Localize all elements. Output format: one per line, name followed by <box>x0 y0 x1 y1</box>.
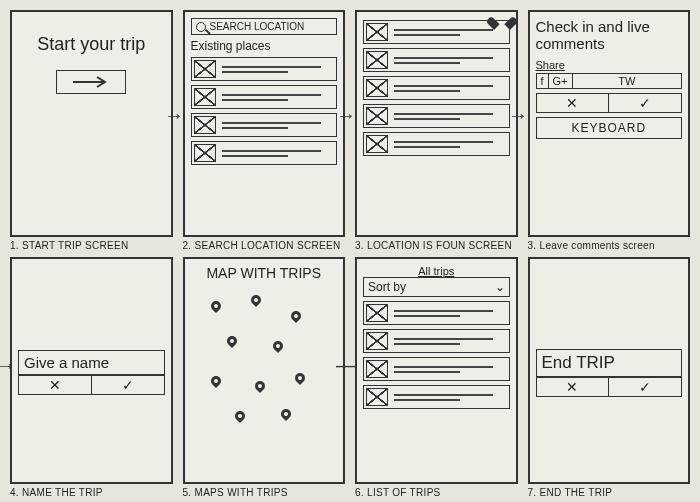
ok-button[interactable]: ✓ <box>91 376 164 394</box>
cancel-button[interactable]: ✕ <box>537 94 609 112</box>
result-item[interactable] <box>363 132 510 156</box>
place-text <box>220 149 335 158</box>
sort-label: Sort by <box>368 280 406 294</box>
map-pin-icon[interactable] <box>248 293 262 307</box>
search-icon <box>196 22 206 32</box>
map-pin-icon[interactable] <box>278 407 292 421</box>
flow-arrow: → <box>336 105 356 125</box>
place-item[interactable] <box>191 141 338 165</box>
map-pin-icon[interactable] <box>288 309 302 323</box>
screen-map-trips: MAP WITH TRIPS 5. MAPS WITH TRIPS <box>183 257 346 498</box>
screen-leave-comments: Check in and live comments Share f G+ TW… <box>528 10 691 251</box>
screen-end-trip: End TRIP ✕ ✓ 7. END THE TRIP <box>528 257 691 498</box>
caption: 1. START TRIP SCREEN <box>10 240 173 251</box>
result-item[interactable] <box>363 76 510 100</box>
image-icon <box>194 60 216 78</box>
flow-arrow: — <box>336 355 356 375</box>
image-icon <box>366 23 388 41</box>
place-item[interactable] <box>191 85 338 109</box>
image-icon <box>366 360 388 378</box>
screen-list-trips: All trips Sort by ⌄ 6. LIST OF TRIPS <box>355 257 518 498</box>
place-text <box>220 93 335 102</box>
flow-arrow: → <box>508 105 528 125</box>
sort-dropdown[interactable]: Sort by ⌄ <box>363 277 510 297</box>
trip-text <box>392 365 507 374</box>
place-text <box>220 65 335 74</box>
image-icon <box>194 116 216 134</box>
trip-item[interactable] <box>363 357 510 381</box>
share-twitter-button[interactable]: TW <box>573 74 681 88</box>
favorite-icon[interactable] <box>494 18 510 32</box>
comments-heading: Check in and live comments <box>536 18 683 53</box>
start-trip-title: Start your trip <box>18 34 165 56</box>
map-pin-icon[interactable] <box>252 379 266 393</box>
image-icon <box>194 144 216 162</box>
flow-arrow: → <box>164 105 184 125</box>
trip-item[interactable] <box>363 301 510 325</box>
image-icon <box>366 107 388 125</box>
map-pin-icon[interactable] <box>232 409 246 423</box>
map-pin-icon[interactable] <box>208 299 222 313</box>
trip-name-input[interactable]: Give a name <box>18 350 165 375</box>
result-text <box>392 112 507 121</box>
confirm-row: ✕ ✓ <box>536 377 683 397</box>
screen-start-trip: Start your trip 1. START TRIP SCREEN <box>10 10 173 251</box>
image-icon <box>194 88 216 106</box>
share-buttons: f G+ TW <box>536 73 683 89</box>
confirm-row: ✕ ✓ <box>18 375 165 395</box>
result-item[interactable] <box>363 48 510 72</box>
search-placeholder: SEARCH LOCATION <box>210 21 305 32</box>
confirm-row: ✕ ✓ <box>536 93 683 113</box>
existing-places-heading: Existing places <box>191 39 338 53</box>
share-facebook-button[interactable]: f <box>537 74 549 88</box>
image-icon <box>366 304 388 322</box>
place-item[interactable] <box>191 57 338 81</box>
place-text <box>220 121 335 130</box>
caption: 6. LIST OF TRIPS <box>355 487 518 498</box>
cancel-button[interactable]: ✕ <box>19 376 91 394</box>
result-text <box>392 84 507 93</box>
caption: 4. NAME THE TRIP <box>10 487 173 498</box>
map-pin-icon[interactable] <box>224 334 238 348</box>
result-text <box>392 28 507 37</box>
map-heading: MAP WITH TRIPS <box>191 265 338 281</box>
chevron-down-icon: ⌄ <box>495 280 505 294</box>
cancel-button[interactable]: ✕ <box>537 378 609 396</box>
screen-name-trip: Give a name ✕ ✓ 4. NAME THE TRIP <box>10 257 173 498</box>
result-text <box>392 56 507 65</box>
result-item[interactable] <box>363 104 510 128</box>
screen-search-location: SEARCH LOCATION Existing places 2. SEARC… <box>183 10 346 251</box>
trip-item[interactable] <box>363 385 510 409</box>
caption: 7. END THE TRIP <box>528 487 691 498</box>
tab-all-trips[interactable]: All trips <box>363 265 510 277</box>
place-item[interactable] <box>191 113 338 137</box>
trip-item[interactable] <box>363 329 510 353</box>
map-pin-icon[interactable] <box>270 339 284 353</box>
caption: 3. Leave comments screen <box>528 240 691 251</box>
caption: 3. LOCATION IS FOUN SCREEN <box>355 240 518 251</box>
ok-button[interactable]: ✓ <box>608 94 681 112</box>
map-pin-icon[interactable] <box>292 371 306 385</box>
arrow-right-icon <box>71 75 111 89</box>
flow-arrow: → <box>0 355 16 375</box>
screen-location-found: 3. LOCATION IS FOUN SCREEN <box>355 10 518 251</box>
image-icon <box>366 51 388 69</box>
start-trip-button[interactable] <box>56 70 126 94</box>
trip-text <box>392 337 507 346</box>
trip-text <box>392 393 507 402</box>
map-pin-icon[interactable] <box>208 374 222 388</box>
map-area[interactable] <box>191 281 338 484</box>
image-icon <box>366 135 388 153</box>
image-icon <box>366 79 388 97</box>
end-trip-label: End TRIP <box>536 349 683 377</box>
image-icon <box>366 388 388 406</box>
share-label: Share <box>536 59 683 71</box>
trip-text <box>392 309 507 318</box>
keyboard-placeholder[interactable]: KEYBOARD <box>536 117 683 139</box>
caption: 5. MAPS WITH TRIPS <box>183 487 346 498</box>
share-googleplus-button[interactable]: G+ <box>549 74 573 88</box>
search-input[interactable]: SEARCH LOCATION <box>191 18 338 35</box>
image-icon <box>366 332 388 350</box>
ok-button[interactable]: ✓ <box>608 378 681 396</box>
caption: 2. SEARCH LOCATION SCREEN <box>183 240 346 251</box>
